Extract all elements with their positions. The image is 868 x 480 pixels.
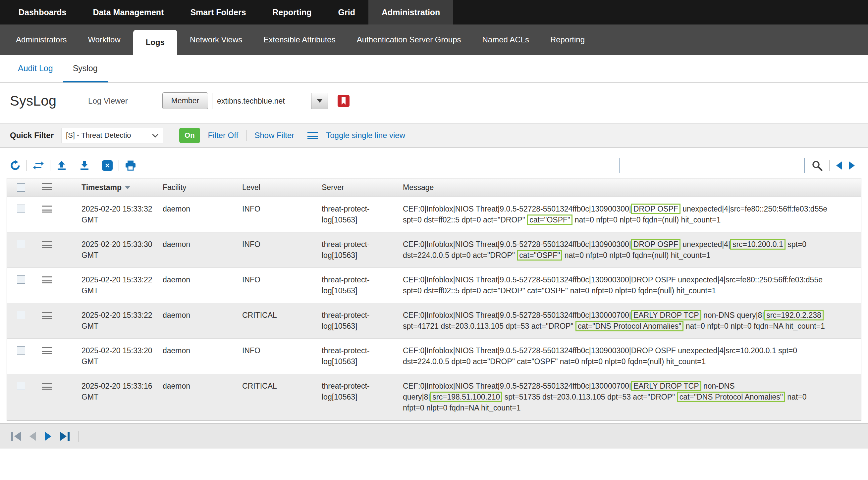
- cell-server: threat-protect-log[10563]: [312, 381, 393, 403]
- table-row[interactable]: 2025-02-20 15:33:20 GMT daemon INFO thre…: [7, 339, 861, 374]
- cell-message: CEF:0|Infoblox|NIOS Threat|9.0.5-52728-5…: [393, 345, 861, 367]
- clear-icon[interactable]: ×: [102, 160, 113, 171]
- table-row[interactable]: 2025-02-20 15:33:22 GMT daemon CRITICAL …: [7, 303, 861, 339]
- filter-on-toggle[interactable]: On: [179, 128, 200, 143]
- row-menu-icon[interactable]: [42, 347, 52, 354]
- last-page-icon[interactable]: [60, 432, 69, 441]
- search-input[interactable]: [619, 158, 805, 173]
- flip-replication-icon[interactable]: [33, 161, 44, 170]
- message-text: non-DNS query|8|: [701, 311, 764, 319]
- nav-administration[interactable]: Administration: [368, 0, 453, 25]
- table-body: 2025-02-20 15:33:32 GMT daemon INFO thre…: [7, 197, 861, 420]
- message-highlight: cat="OSPF": [517, 250, 562, 261]
- subnav-named-acls[interactable]: Named ACLs: [472, 25, 540, 55]
- cell-level: INFO: [232, 239, 312, 250]
- cell-server: threat-protect-log[10563]: [312, 239, 393, 261]
- quick-filter-select[interactable]: [S] - Threat Detectio: [62, 128, 163, 143]
- row-checkbox[interactable]: [17, 382, 25, 390]
- message-text: CEF:0|Infoblox|NIOS Threat|9.0.5-52728-5…: [403, 311, 631, 319]
- cell-message: CEF:0|Infoblox|NIOS Threat|9.0.5-52728-5…: [393, 274, 861, 296]
- divider: [78, 431, 79, 442]
- cell-message: CEF:0|Infoblox|NIOS Threat|9.0.5-52728-5…: [393, 310, 861, 332]
- row-menu-icon[interactable]: [42, 383, 52, 390]
- next-page-icon[interactable]: [45, 432, 51, 441]
- tab-audit-log[interactable]: Audit Log: [8, 55, 63, 82]
- row-menu-icon[interactable]: [42, 312, 52, 319]
- cell-server: threat-protect-log[10563]: [312, 204, 393, 226]
- nav-reporting[interactable]: Reporting: [259, 0, 325, 25]
- row-checkbox[interactable]: [17, 275, 25, 284]
- grid-toolbar: ×: [10, 158, 855, 173]
- quick-filter-label: Quick Filter: [10, 131, 54, 140]
- subnav-administrators[interactable]: Administrators: [5, 25, 77, 55]
- sort-desc-icon: [125, 186, 130, 190]
- subnav-extensible-attributes[interactable]: Extensible Attributes: [253, 25, 346, 55]
- column-menu-icon[interactable]: [42, 183, 52, 190]
- row-checkbox[interactable]: [17, 205, 25, 213]
- cell-timestamp: 2025-02-20 15:33:16 GMT: [71, 381, 153, 403]
- toggle-single-line-link[interactable]: Toggle single line view: [326, 131, 405, 140]
- first-page-icon[interactable]: [11, 432, 21, 441]
- divider: [171, 130, 171, 141]
- print-icon[interactable]: [125, 160, 136, 171]
- table-row[interactable]: 2025-02-20 15:33:22 GMT daemon INFO thre…: [7, 268, 861, 303]
- subnav-workflow[interactable]: Workflow: [77, 25, 131, 55]
- column-label: Timestamp: [82, 183, 122, 192]
- table-row[interactable]: 2025-02-20 15:33:16 GMT daemon CRITICAL …: [7, 374, 861, 420]
- row-checkbox[interactable]: [17, 346, 25, 354]
- message-highlight: cat="OSPF": [527, 214, 572, 225]
- table-row[interactable]: 2025-02-20 15:33:32 GMT daemon INFO thre…: [7, 197, 861, 232]
- member-combobox: extibns.techblue.net: [212, 93, 328, 109]
- column-header-server[interactable]: Server: [312, 183, 393, 192]
- search-icon[interactable]: [811, 160, 823, 171]
- message-text: nat=0 nfpt=0 nlpt=0 fqdn=(null) hit_coun…: [562, 251, 710, 260]
- message-text: CEF:0|Infoblox|NIOS Threat|9.0.5-52728-5…: [403, 240, 631, 249]
- filter-off-link[interactable]: Filter Off: [208, 131, 239, 140]
- column-header-facility[interactable]: Facility: [153, 183, 232, 192]
- subnav-reporting[interactable]: Reporting: [540, 25, 595, 55]
- page-header: SysLog Log Viewer Member extibns.techblu…: [0, 83, 868, 119]
- previous-page-icon[interactable]: [30, 432, 36, 441]
- bookmark-icon[interactable]: [337, 95, 350, 107]
- tab-syslog[interactable]: Syslog: [63, 55, 108, 82]
- column-header-timestamp[interactable]: Timestamp: [71, 183, 153, 192]
- subnav-logs[interactable]: Logs: [133, 30, 177, 55]
- member-value[interactable]: extibns.techblue.net: [212, 93, 311, 109]
- cell-level: INFO: [232, 345, 312, 356]
- message-highlight: cat="DNS Protocol Anomalies": [677, 391, 785, 402]
- member-button[interactable]: Member: [162, 92, 208, 109]
- upload-icon[interactable]: [56, 160, 67, 171]
- show-filter-link[interactable]: Show Filter: [254, 131, 294, 140]
- toolbar-left: ×: [10, 160, 136, 171]
- message-highlight: src=192.0.2.238: [764, 310, 824, 320]
- subnav-auth-server-groups[interactable]: Authentication Server Groups: [346, 25, 472, 55]
- divider: [27, 160, 27, 171]
- nav-data-management[interactable]: Data Management: [80, 0, 177, 25]
- row-checkbox[interactable]: [17, 240, 25, 248]
- table-header: Timestamp Facility Level Server Message: [7, 178, 861, 197]
- column-header-level[interactable]: Level: [232, 183, 312, 192]
- member-dropdown-button[interactable]: [311, 93, 328, 109]
- row-menu-icon[interactable]: [42, 206, 52, 212]
- row-menu-icon[interactable]: [42, 276, 52, 283]
- message-text: CEF:0|Infoblox|NIOS Threat|9.0.5-52728-5…: [403, 382, 631, 390]
- divider: [50, 160, 50, 171]
- divider: [829, 160, 830, 171]
- toolbar-right: [619, 158, 855, 173]
- page-back-icon[interactable]: [836, 161, 842, 170]
- nav-smart-folders[interactable]: Smart Folders: [177, 0, 259, 25]
- column-header-message[interactable]: Message: [393, 183, 861, 192]
- refresh-icon[interactable]: [10, 160, 21, 171]
- row-checkbox[interactable]: [17, 311, 25, 319]
- divider: [119, 160, 119, 171]
- subnav-network-views[interactable]: Network Views: [179, 25, 253, 55]
- nav-grid[interactable]: Grid: [325, 0, 368, 25]
- table-row[interactable]: 2025-02-20 15:33:30 GMT daemon INFO thre…: [7, 232, 861, 268]
- nav-dashboards[interactable]: Dashboards: [5, 0, 80, 25]
- single-line-view-icon[interactable]: [307, 132, 318, 139]
- page-forward-icon[interactable]: [849, 161, 855, 170]
- row-menu-icon[interactable]: [42, 241, 52, 248]
- download-icon[interactable]: [79, 160, 90, 171]
- select-all-checkbox[interactable]: [17, 183, 25, 192]
- message-highlight: src=198.51.100.210: [430, 391, 502, 402]
